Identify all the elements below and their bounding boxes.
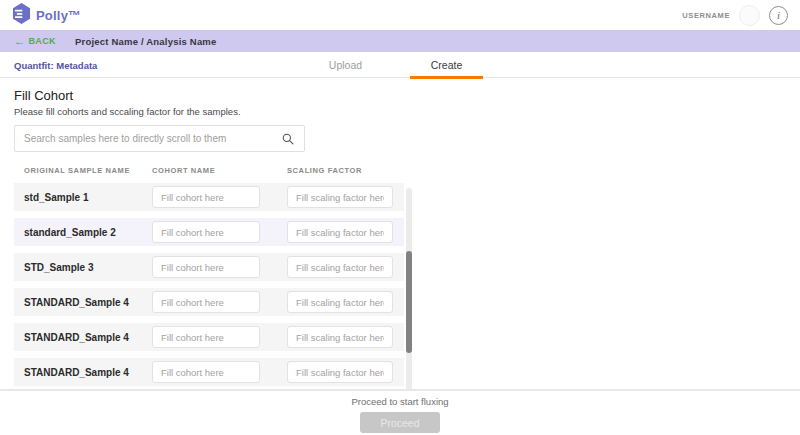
tab-create[interactable]: Create <box>410 52 483 78</box>
page-subtitle: Please fill cohorts and sccaling factor … <box>14 106 786 117</box>
table-row: STANDARD_Sample 4 <box>14 358 404 386</box>
cohort-input[interactable] <box>152 326 260 348</box>
cohort-input[interactable] <box>152 186 260 208</box>
table-row: std_Sample 1 <box>14 183 404 211</box>
scaling-factor-input[interactable] <box>287 291 393 313</box>
back-button[interactable]: ← BACK <box>14 36 56 47</box>
search-input[interactable] <box>24 133 281 144</box>
table-row: STANDARD_Sample 4 <box>14 323 404 351</box>
scaling-factor-input[interactable] <box>287 221 393 243</box>
table-row: standard_Sample 2 <box>14 218 404 246</box>
proceed-button[interactable]: Proceed <box>360 412 440 433</box>
tab-upload[interactable]: Upload <box>318 52 373 78</box>
cohort-input[interactable] <box>152 221 260 243</box>
cohort-input[interactable] <box>152 256 260 278</box>
table-scrollbar-thumb[interactable] <box>406 251 412 353</box>
column-header-sample: ORIGINAL SAMPLE NAME <box>24 166 152 175</box>
back-arrow-icon: ← <box>14 36 25 47</box>
scaling-factor-input[interactable] <box>287 186 393 208</box>
cohort-input[interactable] <box>152 291 260 313</box>
cohort-input[interactable] <box>152 361 260 383</box>
polly-logo-icon <box>12 3 31 28</box>
proceed-hint: Proceed to start fluxing <box>0 396 800 407</box>
table-header: ORIGINAL SAMPLE NAME COHORT NAME SCALING… <box>14 164 412 177</box>
scaling-factor-input[interactable] <box>287 326 393 348</box>
sample-name: STANDARD_Sample 4 <box>24 297 152 308</box>
username-label: USERNAME <box>682 11 730 20</box>
sample-name: std_Sample 1 <box>24 192 152 203</box>
sample-name: STD_Sample 3 <box>24 262 152 273</box>
page-title: Fill Cohort <box>14 88 786 103</box>
breadcrumb-bar: ← BACK Project Name / Analysis Name <box>0 30 800 52</box>
tab-bar: Quantfit: Metadata Upload Create <box>0 52 800 78</box>
sample-name: STANDARD_Sample 4 <box>24 332 152 343</box>
table-row: STANDARD_Sample 4 <box>14 288 404 316</box>
info-icon[interactable]: i <box>769 6 788 25</box>
table-scrollbar-track[interactable] <box>406 188 412 389</box>
search-icon[interactable] <box>281 132 295 146</box>
column-header-cohort: COHORT NAME <box>152 166 287 175</box>
brand: Polly™ <box>12 3 81 28</box>
search-box <box>14 125 305 152</box>
footer: Proceed to start fluxing Proceed <box>0 389 800 435</box>
scaling-factor-input[interactable] <box>287 361 393 383</box>
column-header-scaling: SCALING FACTOR <box>287 166 407 175</box>
sample-name: standard_Sample 2 <box>24 227 152 238</box>
scaling-factor-input[interactable] <box>287 256 393 278</box>
section-label: Quantfit: Metadata <box>14 59 97 70</box>
table-row: STD_Sample 3 <box>14 253 404 281</box>
page: Polly™ USERNAME i ← BACK Project Name / … <box>0 0 800 435</box>
avatar[interactable] <box>739 5 760 26</box>
sample-name: STANDARD_Sample 4 <box>24 367 152 378</box>
top-bar: Polly™ USERNAME i <box>0 0 800 30</box>
back-label: BACK <box>28 36 56 46</box>
samples-table: ORIGINAL SAMPLE NAME COHORT NAME SCALING… <box>14 164 412 386</box>
main-content: Fill Cohort Please fill cohorts and scca… <box>0 78 800 389</box>
table-rows: std_Sample 1 standard_Sample 2 STD_Sampl… <box>14 183 412 386</box>
breadcrumb: Project Name / Analysis Name <box>75 36 216 47</box>
brand-name: Polly™ <box>36 8 81 23</box>
